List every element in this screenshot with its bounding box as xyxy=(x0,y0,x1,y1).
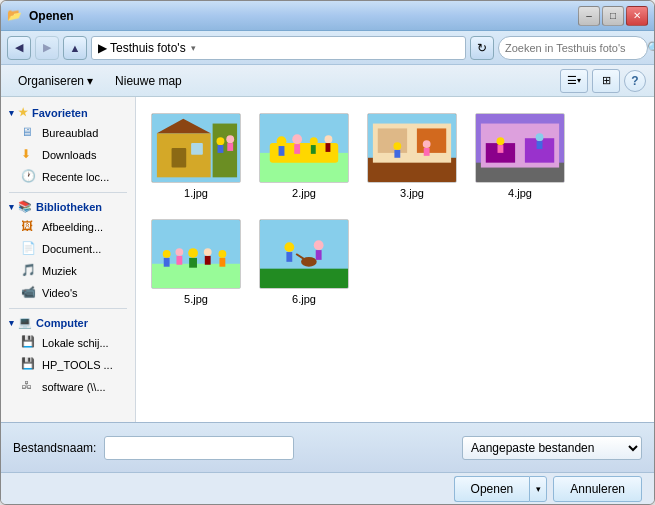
computer-arrow: ▾ xyxy=(9,318,14,328)
sidebar-heading-favorieten[interactable]: ▾ ★ Favorieten xyxy=(1,103,135,122)
svg-point-6 xyxy=(217,137,225,145)
file-item-3[interactable]: 3.jpg xyxy=(362,107,462,205)
svg-rect-3 xyxy=(172,148,187,168)
sidebar-item-software[interactable]: 🖧 software (\\... xyxy=(1,376,135,398)
organize-arrow: ▾ xyxy=(87,74,93,88)
sidebar-item-label: Video's xyxy=(42,287,78,299)
sidebar-item-label: Downloads xyxy=(42,149,96,161)
recent-icon: 🕐 xyxy=(21,169,37,185)
computer-label: Computer xyxy=(36,317,88,329)
images-icon: 🖼 xyxy=(21,219,37,235)
sidebar-item-lokale-schijf[interactable]: 💾 Lokale schij... xyxy=(1,332,135,354)
view-button[interactable]: ☰ ▾ xyxy=(560,69,588,93)
favorieten-label: Favorieten xyxy=(32,107,88,119)
file-item-5[interactable]: 5.jpg xyxy=(146,213,246,311)
svg-point-19 xyxy=(325,135,333,143)
sidebar-item-label: Recente loc... xyxy=(42,171,109,183)
svg-rect-54 xyxy=(286,252,292,262)
open-dialog: 📂 Openen – □ ✕ ◀ ▶ ▲ ▶ Testhuis foto's ▾… xyxy=(0,0,655,505)
sidebar: ▾ ★ Favorieten 🖥 Bureaublad ⬇ Downloads … xyxy=(1,97,136,422)
toolbar: Organiseren ▾ Nieuwe map ☰ ▾ ⊞ ? xyxy=(1,65,654,97)
svg-rect-16 xyxy=(294,144,300,154)
svg-rect-18 xyxy=(311,145,316,154)
favorieten-icon: ★ xyxy=(18,106,28,119)
bottom-bar: Bestandsnaam: Aangepaste bestanden Alle … xyxy=(1,422,654,472)
search-input[interactable] xyxy=(505,42,643,54)
sidebar-item-hp-tools[interactable]: 💾 HP_TOOLS ... xyxy=(1,354,135,376)
computer-icon: 💻 xyxy=(18,316,32,329)
svg-point-15 xyxy=(292,134,302,144)
file-item-2[interactable]: 2.jpg xyxy=(254,107,354,205)
file-item-1[interactable]: 1.jpg xyxy=(146,107,246,205)
favorieten-arrow: ▾ xyxy=(9,108,14,118)
breadcrumb-path: Testhuis foto's xyxy=(110,41,186,55)
svg-point-53 xyxy=(284,242,294,252)
music-icon: 🎵 xyxy=(21,263,37,279)
video-icon: 📹 xyxy=(21,285,37,301)
svg-point-26 xyxy=(393,142,401,150)
window-controls: – □ ✕ xyxy=(578,6,648,26)
close-button[interactable]: ✕ xyxy=(626,6,648,26)
search-icon: 🔍 xyxy=(647,41,655,55)
svg-point-41 xyxy=(163,250,171,258)
maximize-button[interactable]: □ xyxy=(602,6,624,26)
svg-rect-5 xyxy=(213,124,237,178)
desktop-icon: 🖥 xyxy=(21,125,37,141)
svg-rect-20 xyxy=(326,143,331,152)
svg-point-47 xyxy=(204,248,212,256)
filename-input[interactable] xyxy=(104,436,294,460)
svg-rect-36 xyxy=(498,145,504,153)
file-item-4[interactable]: 4.jpg xyxy=(470,107,570,205)
hp-tools-icon: 💾 xyxy=(21,357,37,373)
filename-label: Bestandsnaam: xyxy=(13,441,96,455)
svg-rect-50 xyxy=(219,258,225,267)
library-view-button[interactable]: ⊞ xyxy=(592,69,620,93)
sidebar-heading-computer[interactable]: ▾ 💻 Computer xyxy=(1,313,135,332)
svg-rect-58 xyxy=(316,250,322,260)
cancel-button[interactable]: Annuleren xyxy=(553,476,642,502)
minimize-button[interactable]: – xyxy=(578,6,600,26)
sidebar-item-label: HP_TOOLS ... xyxy=(42,359,113,371)
search-bar[interactable]: 🔍 xyxy=(498,36,648,60)
sidebar-item-afbeeldingen[interactable]: 🖼 Afbeelding... xyxy=(1,216,135,238)
main-area: ▾ ★ Favorieten 🖥 Bureaublad ⬇ Downloads … xyxy=(1,97,654,422)
help-button[interactable]: ? xyxy=(624,70,646,92)
filetype-select[interactable]: Aangepaste bestanden Alle bestanden xyxy=(462,436,642,460)
svg-point-43 xyxy=(175,248,183,256)
software-icon: 🖧 xyxy=(21,379,37,395)
back-button[interactable]: ◀ xyxy=(7,36,31,60)
breadcrumb-arrow: ▶ xyxy=(98,41,107,55)
bibliotheken-arrow: ▾ xyxy=(9,202,14,212)
sidebar-heading-bibliotheken[interactable]: ▾ 📚 Bibliotheken xyxy=(1,197,135,216)
svg-rect-4 xyxy=(191,143,203,155)
documents-icon: 📄 xyxy=(21,241,37,257)
new-folder-button[interactable]: Nieuwe map xyxy=(106,69,191,93)
refresh-button[interactable]: ↻ xyxy=(470,36,494,60)
forward-button[interactable]: ▶ xyxy=(35,36,59,60)
sidebar-item-bureaublad[interactable]: 🖥 Bureaublad xyxy=(1,122,135,144)
open-arrow-button[interactable]: ▾ xyxy=(529,476,547,502)
file-name-6: 6.jpg xyxy=(292,293,316,305)
breadcrumb: ▶ Testhuis foto's ▾ xyxy=(91,36,466,60)
sidebar-item-videos[interactable]: 📹 Video's xyxy=(1,282,135,304)
svg-rect-48 xyxy=(205,256,211,265)
titlebar: 📂 Openen – □ ✕ xyxy=(1,1,654,31)
file-item-6[interactable]: 6.jpg xyxy=(254,213,354,311)
breadcrumb-dropdown-arrow: ▾ xyxy=(191,43,196,53)
sidebar-item-downloads[interactable]: ⬇ Downloads xyxy=(1,144,135,166)
up-button[interactable]: ▲ xyxy=(63,36,87,60)
sidebar-item-recente[interactable]: 🕐 Recente loc... xyxy=(1,166,135,188)
sidebar-item-documenten[interactable]: 📄 Document... xyxy=(1,238,135,260)
file-name-2: 2.jpg xyxy=(292,187,316,199)
svg-rect-25 xyxy=(417,128,446,152)
sidebar-item-muziek[interactable]: 🎵 Muziek xyxy=(1,260,135,282)
open-button[interactable]: Openen xyxy=(454,476,530,502)
file-thumbnail-3 xyxy=(367,113,457,183)
svg-point-45 xyxy=(188,248,198,258)
file-thumbnail-5 xyxy=(151,219,241,289)
svg-point-28 xyxy=(423,140,431,148)
organize-button[interactable]: Organiseren ▾ xyxy=(9,69,102,93)
svg-point-37 xyxy=(536,133,544,141)
svg-point-35 xyxy=(497,137,505,145)
svg-rect-29 xyxy=(424,148,430,156)
